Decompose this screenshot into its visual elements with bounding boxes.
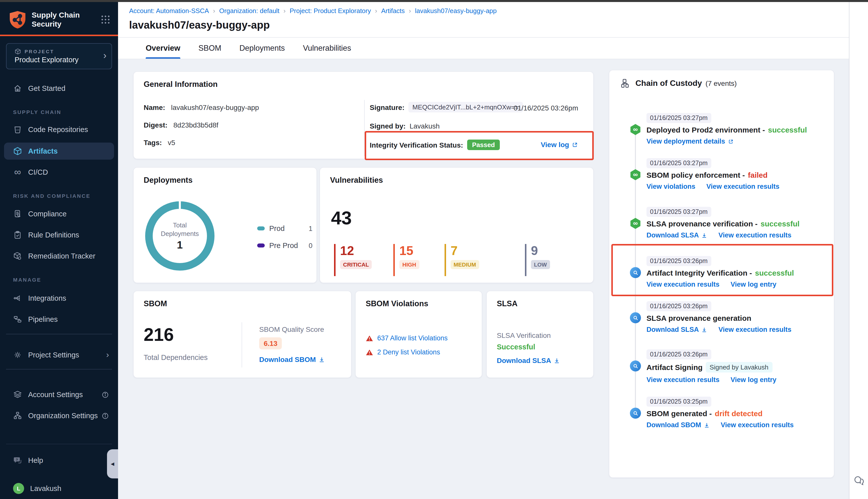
tab-bar: Overview SBOM Deployments Vulnerabilitie… — [118, 38, 849, 59]
view-log-link[interactable]: View log — [541, 141, 578, 149]
download-slsa-link[interactable]: Download SLSA — [647, 231, 708, 239]
page-header: Account: Automation-SSCA › Organization:… — [118, 2, 849, 38]
signature-value[interactable]: MEQCICde2VjIT...bL+2+mqnOXw== — [408, 102, 523, 112]
sidebar-item-integrations[interactable]: Integrations — [0, 290, 118, 307]
sidebar-item-remediation-tracker[interactable]: Remediation Tracker — [0, 247, 118, 265]
sidebar-collapse-handle[interactable]: ◀ — [107, 449, 118, 478]
tab-deployments[interactable]: Deployments — [239, 38, 285, 59]
artifact-scan-icon — [630, 312, 641, 323]
download-slsa-link[interactable]: Download SLSA — [497, 356, 560, 364]
view-execution-results-link[interactable]: View execution results — [721, 421, 794, 429]
tab-overview[interactable]: Overview — [146, 38, 180, 59]
project-selector[interactable]: PROJECT Product Exploratory › — [6, 43, 112, 69]
sidebar-item-artifacts[interactable]: Artifacts — [4, 143, 114, 160]
home-icon — [13, 84, 22, 93]
breadcrumb-organization[interactable]: Organization: default — [219, 7, 279, 14]
download-sbom-link[interactable]: Download SBOM — [647, 421, 710, 429]
sidebar-item-help[interactable]: ? Help — [0, 452, 118, 469]
sidebar-item-label: CI/CD — [28, 168, 48, 176]
card-title: SBOM — [144, 299, 167, 308]
sidebar-item-get-started[interactable]: Get Started — [0, 80, 118, 97]
card-title: General Information — [144, 80, 218, 89]
name-row: Name: lavakush07/easy-buggy-app — [144, 104, 259, 111]
view-execution-results-link[interactable]: View execution results — [707, 183, 780, 190]
download-sbom-link[interactable]: Download SBOM — [259, 355, 325, 364]
chain-event-sbom-generated: 01/16/2025 03:25pm SBOM generated - drif… — [609, 397, 834, 429]
artifact-scan-icon — [630, 267, 641, 278]
infinity-icon: ∞ — [13, 168, 22, 177]
vulnerabilities-total: 43 — [331, 208, 352, 229]
download-icon — [554, 357, 560, 364]
view-log-entry-link[interactable]: View log entry — [731, 376, 776, 384]
tags-row: Tags: v5 — [144, 138, 175, 147]
view-execution-results-link[interactable]: View execution results — [647, 281, 720, 288]
total-deployments-value: 1 — [177, 239, 183, 251]
view-execution-results-link[interactable]: View execution results — [719, 231, 792, 239]
severity-critical: 12 CRITICAL — [334, 244, 372, 276]
deployments-card: Deployments Total Deployments 1 Prod 1 P… — [133, 167, 317, 283]
chain-event-slsa-verification: ∞ 01/16/2025 03:27pm SLSA provenance ver… — [609, 207, 834, 239]
event-timestamp: 01/16/2025 03:27pm — [647, 158, 711, 168]
window-top-strip — [0, 0, 868, 2]
sidebar-item-label: Get Started — [28, 84, 65, 93]
event-status: successful — [755, 269, 794, 277]
tab-sbom[interactable]: SBOM — [198, 38, 221, 59]
remediation-box-icon — [13, 252, 22, 260]
app-logo[interactable]: Supply Chain Security — [9, 10, 80, 29]
breadcrumb-account[interactable]: Account: Automation-SSCA — [129, 7, 209, 14]
event-status: failed — [748, 171, 768, 179]
chain-of-custody-title: Chain of Custody — [636, 79, 702, 88]
sidebar-item-code-repositories[interactable]: </> Code Repositories — [0, 121, 118, 138]
sidebar-item-project-settings[interactable]: Project Settings › — [0, 346, 118, 364]
vertical-divider — [242, 322, 242, 367]
avatar: L — [13, 483, 24, 494]
view-deployment-details-link[interactable]: View deployment details — [647, 137, 734, 145]
user-menu[interactable]: L Lavakush — [0, 480, 118, 497]
event-status: successful — [760, 219, 799, 228]
help-chat-widget[interactable] — [853, 474, 865, 486]
vertical-divider — [364, 100, 365, 156]
user-name: Lavakush — [30, 485, 61, 492]
sidebar-item-account-settings[interactable]: Account Settings — [0, 386, 118, 403]
event-title: Deployed to Prod2 environment - — [647, 125, 765, 134]
slsa-card: SLSA SLSA Verification Successful Downlo… — [486, 291, 594, 378]
download-slsa-link[interactable]: Download SLSA — [647, 326, 708, 333]
sidebar-item-organization-settings[interactable]: Organization Settings — [0, 407, 118, 424]
sidebar-item-pipelines[interactable]: Pipelines — [0, 311, 118, 328]
chain-of-custody-header: Chain of Custody (7 events) — [620, 78, 737, 88]
view-execution-results-link[interactable]: View execution results — [647, 376, 720, 384]
breadcrumb-current[interactable]: lavakush07/easy-buggy-app — [415, 7, 496, 14]
sidebar-item-compliance[interactable]: Compliance — [0, 205, 118, 222]
layers-icon — [13, 390, 22, 399]
sidebar-divider — [6, 334, 112, 334]
view-log-entry-link[interactable]: View log entry — [731, 281, 776, 288]
sidebar-item-label: Artifacts — [28, 147, 58, 155]
view-execution-results-link[interactable]: View execution results — [719, 326, 792, 333]
severity-high: 15 HIGH — [393, 244, 419, 276]
scrollbar-gutter — [849, 2, 868, 499]
sidebar-item-rule-definitions[interactable]: Rule Definitions — [0, 227, 118, 243]
digest-row: Digest: 8d23bd3b5d8f — [144, 121, 218, 129]
general-information-card: General Information Name: lavakush07/eas… — [133, 71, 594, 159]
deny-list-violations-row: 2 Deny list Violations — [366, 349, 440, 356]
shield-logo-icon — [9, 10, 26, 29]
download-icon — [701, 327, 708, 332]
allow-list-violations-link[interactable]: 637 Allow list Violations — [377, 334, 448, 342]
breadcrumb-artifacts[interactable]: Artifacts — [381, 7, 405, 14]
download-icon — [704, 422, 710, 428]
chain-event-deployed-prod2: ∞ 01/16/2025 03:27pm Deployed to Prod2 e… — [609, 113, 834, 145]
sbom-quality-score: 6.13 — [259, 337, 282, 349]
sidebar-item-cicd[interactable]: ∞ CI/CD — [0, 164, 118, 181]
deny-list-violations-link[interactable]: 2 Deny list Violations — [377, 349, 440, 356]
sidebar-item-label: Rule Definitions — [28, 231, 79, 239]
cube-icon — [14, 48, 21, 55]
event-title: Artifact Signing — [647, 363, 702, 372]
module-grid-icon[interactable] — [100, 14, 111, 25]
warning-triangle-icon — [366, 334, 373, 342]
tab-vulnerabilities[interactable]: Vulnerabilities — [303, 38, 351, 59]
view-violations-link[interactable]: View violations — [647, 183, 696, 190]
sidebar-item-label: Compliance — [28, 210, 67, 218]
breadcrumb-separator: › — [409, 7, 411, 14]
info-icon — [101, 391, 109, 398]
breadcrumb-project[interactable]: Project: Product Exploratory — [290, 7, 371, 14]
